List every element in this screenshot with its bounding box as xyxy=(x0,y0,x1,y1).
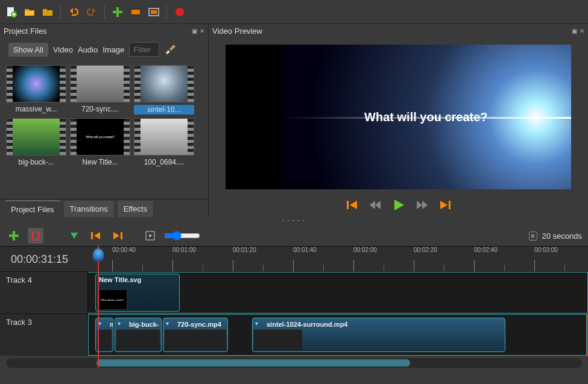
svg-marker-15 xyxy=(370,201,375,209)
clear-filter-button[interactable] xyxy=(164,42,179,57)
ruler-tick: 00:00:40 xyxy=(112,247,136,253)
timeline: 00:00:31:15 00:00:4000:01:0000:01:2000:0… xyxy=(0,246,588,368)
track-label[interactable]: Track 4 xyxy=(0,272,88,313)
svg-rect-27 xyxy=(91,232,93,239)
fast-forward-button[interactable] xyxy=(416,200,428,210)
timeline-ruler[interactable]: 00:00:31:15 00:00:4000:01:0000:01:2000:0… xyxy=(0,246,588,271)
main-toolbar xyxy=(0,0,588,24)
panel-detach-icon[interactable]: ▣ xyxy=(192,28,197,34)
redo-button[interactable] xyxy=(84,4,100,20)
video-preview-panel: Video Preview ▣ ✕ What will you create? xyxy=(209,24,588,218)
svg-rect-21 xyxy=(449,201,450,209)
center-playhead-button[interactable] xyxy=(142,228,158,244)
clip[interactable]: ▾ big-buck- xyxy=(115,318,162,352)
clip[interactable]: ▾ sintel-1024-surround.mp4 xyxy=(252,318,505,352)
svg-marker-4 xyxy=(92,8,95,14)
clip-thumb: What will you create? xyxy=(97,289,127,310)
new-project-button[interactable] xyxy=(4,4,19,20)
jump-start-button[interactable] xyxy=(346,200,358,210)
svg-marker-3 xyxy=(70,8,73,14)
next-marker-button[interactable] xyxy=(110,228,125,244)
rewind-button[interactable] xyxy=(369,200,381,210)
snap-button[interactable] xyxy=(28,228,43,244)
svg-rect-13 xyxy=(347,201,349,209)
video-preview-title: Video Preview xyxy=(212,27,262,36)
tab-effects[interactable]: Effects xyxy=(118,201,154,217)
file-thumb[interactable]: massive_w... xyxy=(6,65,66,115)
svg-rect-25 xyxy=(37,231,40,234)
ruler-tick: 00:01:20 xyxy=(233,247,256,253)
playhead-handle[interactable] xyxy=(93,248,104,262)
svg-point-32 xyxy=(149,234,151,237)
scrollbar-thumb[interactable] xyxy=(96,359,410,367)
clip[interactable]: New Title.svg What will you create? xyxy=(95,274,180,312)
import-files-button[interactable] xyxy=(110,4,125,20)
track-body[interactable]: New Title.svg What will you create? xyxy=(88,272,588,313)
svg-rect-6 xyxy=(113,11,122,13)
export-video-button[interactable] xyxy=(172,4,188,20)
fullscreen-button[interactable] xyxy=(146,4,162,20)
panel-close-icon[interactable]: ✕ xyxy=(580,28,584,34)
svg-marker-14 xyxy=(350,201,357,209)
add-track-button[interactable] xyxy=(6,228,22,244)
file-thumb[interactable]: 720-sync.... xyxy=(70,65,130,115)
svg-marker-28 xyxy=(94,232,100,239)
filter-video[interactable]: Video xyxy=(53,45,73,54)
project-files-panel: Project Files ▣ ✕ Show All Video Audio I… xyxy=(0,24,209,218)
ruler-tick: 00:01:40 xyxy=(293,247,317,253)
preview-frame[interactable]: What will you create? xyxy=(226,45,571,189)
zoom-slider[interactable] xyxy=(164,231,200,241)
panel-divider[interactable]: • • • • • xyxy=(0,218,588,225)
svg-rect-11 xyxy=(151,10,157,14)
jump-end-button[interactable] xyxy=(439,200,451,210)
svg-rect-9 xyxy=(131,14,140,16)
svg-marker-16 xyxy=(375,201,381,209)
timeline-toolbar: ≡ 20 seconds xyxy=(0,225,588,246)
track-row: Track 3 ▾ m ▾ big-buck- ▾ 720-sync.mp4 ▾… xyxy=(0,313,588,356)
svg-marker-17 xyxy=(394,200,404,210)
svg-rect-8 xyxy=(131,8,140,10)
file-thumb[interactable]: sintel-10... xyxy=(134,65,194,115)
ruler-tick: 00:02:00 xyxy=(353,247,377,253)
clip[interactable]: ▾ m xyxy=(95,318,113,352)
track-body[interactable]: ▾ m ▾ big-buck- ▾ 720-sync.mp4 ▾ sintel-… xyxy=(88,314,588,356)
zoom-menu-icon[interactable]: ≡ xyxy=(529,231,537,241)
ruler-tick: 00:03:00 xyxy=(534,247,558,253)
open-project-button[interactable] xyxy=(22,4,37,20)
svg-rect-24 xyxy=(31,231,34,234)
volume-icon: ▾ xyxy=(118,320,121,327)
track-row: Track 4 New Title.svg What will you crea… xyxy=(0,271,588,313)
svg-rect-30 xyxy=(121,232,122,239)
save-project-button[interactable] xyxy=(40,4,55,20)
prev-marker-button[interactable] xyxy=(88,228,104,244)
file-thumb[interactable]: big-buck-... xyxy=(6,118,66,166)
panel-detach-icon[interactable]: ▣ xyxy=(572,28,577,34)
svg-marker-26 xyxy=(71,233,78,239)
ruler-tick: 00:01:00 xyxy=(172,247,196,253)
svg-marker-19 xyxy=(422,201,428,209)
tab-project-files[interactable]: Project Files xyxy=(5,200,60,218)
panel-close-icon[interactable]: ✕ xyxy=(200,28,204,34)
track-label[interactable]: Track 3 xyxy=(0,314,88,356)
ruler-tick: 00:02:40 xyxy=(474,247,498,253)
choose-profile-button[interactable] xyxy=(128,4,144,20)
undo-button[interactable] xyxy=(66,4,81,20)
filter-input[interactable] xyxy=(129,42,159,57)
file-thumb[interactable]: 100_0684.... xyxy=(134,118,194,166)
preview-text: What will you create? xyxy=(364,110,487,124)
thumbnail-grid: massive_w... 720-sync.... sintel-10... b… xyxy=(0,61,208,199)
timecode: 00:00:31:15 xyxy=(0,247,88,272)
svg-marker-29 xyxy=(113,232,119,239)
timeline-scrollbar[interactable] xyxy=(6,358,582,368)
insert-marker-button[interactable] xyxy=(66,228,82,244)
play-button[interactable] xyxy=(392,198,405,212)
ruler-tick: 00:02:20 xyxy=(414,247,437,253)
svg-rect-23 xyxy=(9,234,19,237)
file-thumb[interactable]: What will you create?New Title... xyxy=(70,118,130,166)
filter-audio[interactable]: Audio xyxy=(78,45,98,54)
svg-marker-18 xyxy=(417,201,422,209)
clip[interactable]: ▾ 720-sync.mp4 xyxy=(163,318,228,352)
filter-image[interactable]: Image xyxy=(103,45,124,54)
tab-transitions[interactable]: Transitions xyxy=(64,201,114,217)
filter-show-all[interactable]: Show All xyxy=(8,43,48,57)
